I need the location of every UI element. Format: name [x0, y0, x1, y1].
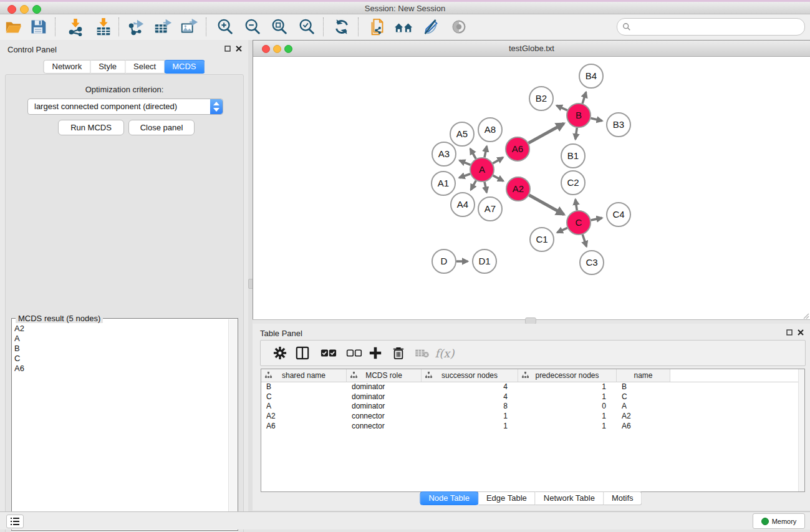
graph-node-A4[interactable]: A4: [451, 193, 475, 216]
tab-style[interactable]: Style: [90, 60, 125, 74]
graph-edge-A-A5[interactable]: [470, 149, 476, 159]
column-header-shared-name[interactable]: shared name: [261, 369, 347, 382]
function-builder-button[interactable]: f(x): [434, 342, 455, 364]
result-item[interactable]: B: [14, 344, 228, 354]
refresh-layout-button[interactable]: [330, 16, 354, 38]
graph-node-A7[interactable]: A7: [478, 197, 502, 221]
table-cell[interactable]: connector: [347, 422, 422, 432]
table-cell[interactable]: 1: [422, 422, 518, 432]
graph-node-A8[interactable]: A8: [478, 118, 502, 142]
zoom-in-button[interactable]: [213, 16, 237, 38]
show-columns-button[interactable]: [292, 342, 313, 364]
graph-node-A2[interactable]: A2: [506, 177, 530, 201]
table-row[interactable]: Cdominator41C: [261, 392, 804, 402]
tab-edge-table[interactable]: Edge Table: [478, 491, 536, 505]
graph-edge-A-A6[interactable]: [493, 158, 503, 163]
open-session-button[interactable]: [2, 16, 26, 38]
delete-row-button[interactable]: [388, 342, 409, 364]
result-item[interactable]: A2: [14, 324, 228, 334]
export-network-button[interactable]: [124, 16, 148, 38]
graph-node-C4[interactable]: C4: [607, 203, 630, 226]
graph-edge-B-B3[interactable]: [591, 118, 602, 121]
new-session-doc-button[interactable]: [366, 16, 390, 38]
table-cell[interactable]: A2: [617, 412, 670, 422]
tab-node-table[interactable]: Node Table: [420, 491, 478, 505]
tab-network-table[interactable]: Network Table: [536, 491, 604, 505]
graph-edge-C-C2[interactable]: [576, 200, 577, 210]
float-panel-icon[interactable]: [786, 329, 793, 336]
graph-node-C[interactable]: C: [567, 211, 591, 235]
table-cell[interactable]: 1: [518, 382, 617, 392]
graph-edge-A-A8[interactable]: [485, 146, 487, 157]
graph-edge-B-B1[interactable]: [576, 128, 577, 139]
column-header-mcds-role[interactable]: MCDS role: [347, 369, 422, 382]
table-settings-button[interactable]: [269, 342, 291, 364]
network-canvas[interactable]: AA1A2A3A4A5A6A7A8BB1B2B3B4CC1C2C3C4DD1: [253, 57, 810, 320]
table-cell[interactable]: dominator: [347, 402, 422, 412]
float-panel-icon[interactable]: [224, 46, 231, 52]
graph-edge-A-A3[interactable]: [460, 160, 471, 165]
graph-edge-A-A1[interactable]: [459, 174, 470, 178]
table-cell[interactable]: A: [261, 402, 347, 412]
toggle-graphics-details-button[interactable]: [447, 16, 471, 38]
tab-select[interactable]: Select: [125, 60, 165, 74]
graph-node-A5[interactable]: A5: [450, 122, 474, 146]
graph-node-B3[interactable]: B3: [607, 113, 630, 137]
graph-node-B4[interactable]: B4: [579, 64, 603, 88]
zoom-fit-button[interactable]: [268, 16, 291, 38]
graph-edge-C-C4[interactable]: [591, 218, 602, 220]
table-cell[interactable]: C: [261, 392, 347, 402]
table-cell[interactable]: 1: [518, 392, 617, 402]
graph-edge-B-B2[interactable]: [557, 105, 567, 110]
graph-node-A1[interactable]: A1: [432, 172, 455, 195]
export-table-button[interactable]: [151, 16, 175, 38]
zoom-out-button[interactable]: [241, 16, 264, 38]
task-history-button[interactable]: [6, 515, 24, 528]
result-item[interactable]: A: [14, 334, 228, 344]
table-cell[interactable]: A6: [617, 422, 670, 432]
close-panel-icon[interactable]: [236, 46, 242, 52]
table-cell[interactable]: B: [261, 382, 347, 392]
close-panel-icon[interactable]: [798, 329, 804, 336]
column-header-name[interactable]: name: [617, 369, 670, 382]
table-scrollbar[interactable]: [798, 369, 804, 491]
graph-node-C2[interactable]: C2: [561, 171, 585, 195]
export-image-button[interactable]: [177, 16, 201, 38]
graph-node-C1[interactable]: C1: [530, 228, 554, 251]
node-table[interactable]: shared nameMCDS rolesuccessor nodesprede…: [261, 369, 805, 492]
vertical-splitter[interactable]: [248, 40, 253, 511]
close-panel-button[interactable]: Close panel: [128, 120, 195, 135]
zoom-selected-button[interactable]: [295, 16, 319, 38]
graph-edge-B-B4[interactable]: [582, 92, 586, 104]
deselect-all-button[interactable]: [344, 342, 365, 364]
table-cell[interactable]: 8: [422, 402, 518, 412]
run-mcds-button[interactable]: Run MCDS: [58, 120, 124, 135]
table-cell[interactable]: 4: [422, 392, 518, 402]
optimization-criterion-select[interactable]: largest connected component (directed): [27, 99, 223, 115]
column-header-successor-nodes[interactable]: successor nodes: [422, 369, 518, 382]
add-row-button[interactable]: [365, 342, 386, 364]
table-cell[interactable]: C: [617, 392, 670, 402]
delete-table-button[interactable]: [412, 342, 433, 364]
tab-network[interactable]: Network: [43, 60, 90, 74]
table-row[interactable]: A6connector11A6: [261, 422, 804, 432]
table-cell[interactable]: dominator: [347, 382, 422, 392]
graph-edge-A-A4[interactable]: [471, 180, 476, 190]
table-cell[interactable]: 1: [518, 422, 617, 432]
graph-node-A[interactable]: A: [470, 158, 494, 181]
table-cell[interactable]: 1: [518, 412, 617, 422]
result-scrollbar[interactable]: [228, 319, 237, 530]
result-item[interactable]: C: [14, 354, 228, 364]
select-all-button[interactable]: [318, 342, 339, 364]
table-row[interactable]: A2connector11A2: [261, 412, 804, 422]
graph-edge-C-C1[interactable]: [557, 228, 567, 232]
graph-node-B2[interactable]: B2: [529, 87, 553, 110]
table-row[interactable]: Adominator80A: [261, 402, 804, 412]
graph-edge-A6-B[interactable]: [529, 123, 564, 143]
table-cell[interactable]: 4: [422, 382, 518, 392]
graph-node-B[interactable]: B: [567, 104, 591, 127]
import-network-button[interactable]: [64, 16, 87, 38]
graph-edge-A-A2[interactable]: [493, 175, 504, 181]
graph-node-D1[interactable]: D1: [473, 249, 496, 273]
result-item[interactable]: A6: [14, 364, 228, 374]
